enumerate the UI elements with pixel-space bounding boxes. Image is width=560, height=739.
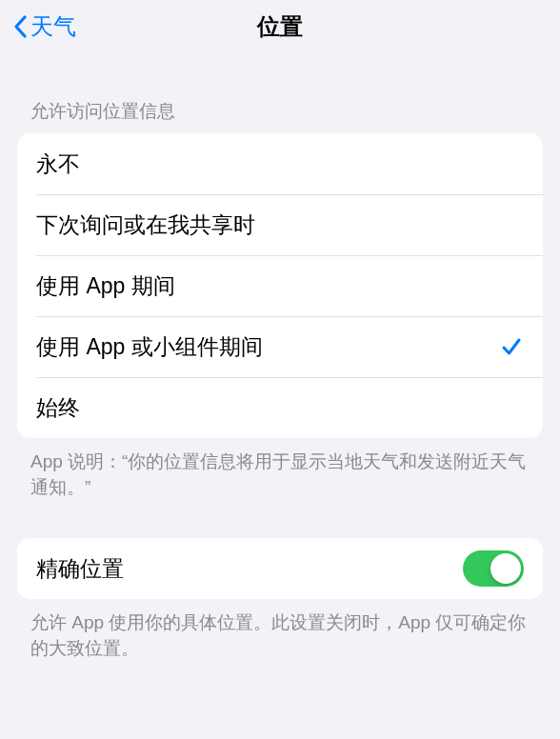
location-access-options: 永不 下次询问或在我共享时 使用 App 期间 使用 App 或小组件期间 始终 [17,133,543,438]
section-header-allow: 允许访问位置信息 [0,53,560,133]
option-label: 永不 [36,150,524,179]
navigation-bar: 天气 位置 [0,0,560,53]
option-never[interactable]: 永不 [17,133,543,194]
precise-location-group: 精确位置 [17,538,543,599]
option-label: 使用 App 期间 [36,271,524,301]
precise-location-footer: 允许 App 使用你的具体位置。此设置关闭时，App 仅可确定你的大致位置。 [0,599,560,661]
checkmark-icon [499,334,524,359]
back-button[interactable]: 天气 [8,8,80,46]
option-label: 使用 App 或小组件期间 [36,332,499,362]
chevron-left-icon [11,13,29,40]
app-description-footer: App 说明：“你的位置信息将用于显示当地天气和发送附近天气通知。” [0,438,560,500]
precise-location-row[interactable]: 精确位置 [17,538,543,599]
option-while-using-app[interactable]: 使用 App 期间 [17,255,543,316]
precise-location-toggle[interactable] [463,550,524,587]
back-label: 天气 [30,11,76,42]
option-always[interactable]: 始终 [17,377,543,438]
option-while-using-app-or-widgets[interactable]: 使用 App 或小组件期间 [17,316,543,377]
precise-location-label: 精确位置 [36,554,463,584]
option-ask-next-time[interactable]: 下次询问或在我共享时 [17,194,543,255]
page-title: 位置 [257,11,303,42]
option-label: 下次询问或在我共享时 [36,210,524,240]
toggle-knob [490,553,521,584]
option-label: 始终 [36,393,524,423]
